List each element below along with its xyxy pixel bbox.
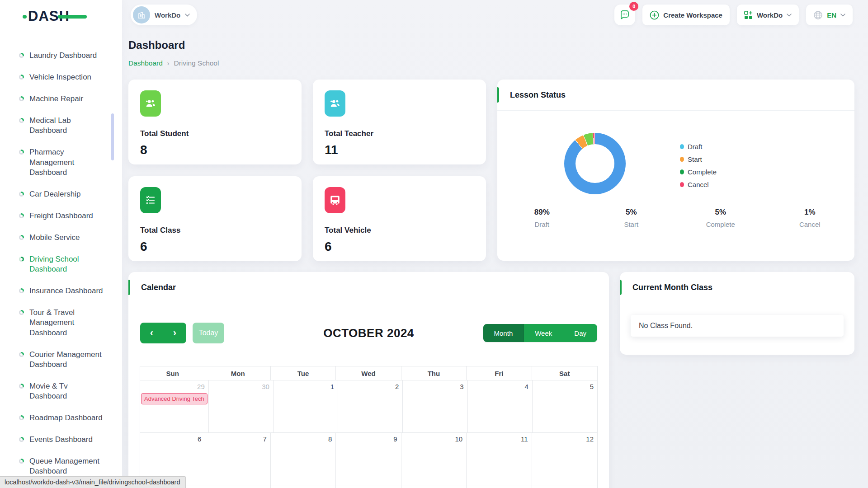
legend-label: Cancel xyxy=(688,181,709,188)
calendar-grid: SunMonTueWedThuFriSat 29Advanced Driving… xyxy=(140,366,598,488)
pct-stat-draft: 89%Draft xyxy=(497,208,587,228)
day-number: 13 xyxy=(194,485,205,488)
sidebar-item-tour-travel-management-dashboard[interactable]: Tour & Travel Management Dashboard xyxy=(0,308,122,338)
sidebar-item-car-dealership[interactable]: Car Dealership xyxy=(0,189,122,199)
calendar-day-cell[interactable]: 11 xyxy=(467,433,532,485)
day-number: 12 xyxy=(586,433,597,443)
topbar-actions: 0 Create Workspace WorkDo xyxy=(614,5,853,25)
workdo-menu-button[interactable]: WorkDo xyxy=(737,5,799,25)
calendar-weekday-row: SunMonTueWedThuFriSat xyxy=(140,366,597,380)
day-number: 10 xyxy=(455,433,466,443)
chat-bubble-icon xyxy=(619,9,630,20)
pct-value: 89% xyxy=(497,208,587,217)
calendar-day-cell[interactable]: 19 xyxy=(532,485,597,488)
day-number: 4 xyxy=(524,380,532,390)
dashboard-bullet-icon xyxy=(19,257,24,262)
sidebar-item-machine-repair[interactable]: Machine Repair xyxy=(0,94,122,104)
sidebar-scrollbar-thumb[interactable] xyxy=(111,113,114,160)
dash-logo[interactable]: DASH xyxy=(28,7,91,25)
sidebar-item-label: Freight Dashboard xyxy=(29,211,93,221)
calendar-day-cell[interactable]: 1 xyxy=(274,380,338,433)
language-code: EN xyxy=(827,11,836,19)
sidebar-item-movie-tv-dashboard[interactable]: Movie & Tv Dashboard xyxy=(0,381,122,401)
sidebar-item-label: Laundry Dashboard xyxy=(29,51,97,61)
sidebar-item-medical-lab-dashboard[interactable]: Medical Lab Dashboard xyxy=(0,116,122,136)
calendar-day-cell[interactable]: 18 xyxy=(467,485,532,488)
view-button-month[interactable]: Month xyxy=(483,324,524,342)
calendar-weekday-header: Mon xyxy=(205,366,270,380)
day-number: 6 xyxy=(198,433,205,443)
calendar-day-cell[interactable]: 16 xyxy=(336,485,401,488)
total-vehicle-card: Total Vehicle 6 xyxy=(313,176,486,261)
browser-status-url: localhost/workdo-dash-v3/main_file/drivi… xyxy=(0,476,186,488)
dashboard-bullet-icon xyxy=(19,213,24,218)
sidebar-item-vehicle-inspection[interactable]: Vehicle Inspection xyxy=(0,72,122,82)
driving-school-dashboard-page: DASH Laundry DashboardVehicle Inspection… xyxy=(0,0,868,488)
legend-label: Complete xyxy=(688,168,717,176)
legend-label: Draft xyxy=(688,143,703,150)
calendar-view-switcher: MonthWeekDay xyxy=(483,324,597,342)
stat-label: Total Vehicle xyxy=(325,226,474,235)
dashboard-bullet-icon xyxy=(19,384,24,389)
sidebar-item-laundry-dashboard[interactable]: Laundry Dashboard xyxy=(0,51,122,61)
sidebar-item-events-dashboard[interactable]: Events Dashboard xyxy=(0,435,122,445)
calendar-day-cell[interactable]: 30 xyxy=(209,380,274,433)
sidebar-item-label: Tour & Travel Management Dashboard xyxy=(29,308,107,338)
sidebar-item-roadmap-dashboard[interactable]: Roadmap Dashboard xyxy=(0,413,122,423)
view-button-week[interactable]: Week xyxy=(524,324,563,342)
dashboard-bullet-icon xyxy=(19,352,24,357)
sidebar-item-driving-school-dashboard[interactable]: Driving School Dashboard xyxy=(0,254,122,274)
calendar-day-cell[interactable]: 14 xyxy=(205,485,270,488)
sidebar-item-queue-management-dashboard[interactable]: Queue Management Dashboard xyxy=(0,456,122,476)
calendar-day-cell[interactable]: 2 xyxy=(338,380,403,433)
language-selector[interactable]: EN xyxy=(806,5,853,25)
view-button-day[interactable]: Day xyxy=(563,324,597,342)
workspace-selector[interactable]: WorkDo xyxy=(131,5,197,25)
day-number: 18 xyxy=(520,485,532,488)
create-workspace-label: Create Workspace xyxy=(663,11,722,19)
bus-icon xyxy=(325,187,345,213)
no-class-message: No Class Found. xyxy=(631,315,844,337)
legend-label: Start xyxy=(688,155,702,163)
legend-item-complete[interactable]: Complete xyxy=(680,168,717,176)
sidebar-item-freight-dashboard[interactable]: Freight Dashboard xyxy=(0,211,122,221)
globe-icon xyxy=(813,10,823,20)
dashboard-bullet-icon xyxy=(19,459,24,464)
calendar-day-cell[interactable]: 12 xyxy=(532,433,597,485)
day-number: 29 xyxy=(197,380,208,390)
calendar-day-cell[interactable]: 4 xyxy=(468,380,533,433)
calendar-week-row: 29Advanced Driving Tech3012345 xyxy=(140,380,597,433)
calendar-day-cell[interactable]: 15 xyxy=(271,485,336,488)
calendar-day-cell[interactable]: 7 xyxy=(205,433,270,485)
sidebar: DASH Laundry DashboardVehicle Inspection… xyxy=(0,0,122,488)
calendar-day-cell[interactable]: 10 xyxy=(401,433,467,485)
calendar-day-cell[interactable]: 3 xyxy=(403,380,467,433)
sidebar-item-label: Insurance Dashboard xyxy=(29,286,103,296)
lesson-status-percentages: 89%Draft5%Start5%Complete1%Cancel xyxy=(497,208,854,228)
calendar-day-cell[interactable]: 17 xyxy=(401,485,467,488)
calendar-day-cell[interactable]: 8 xyxy=(271,433,336,485)
sidebar-item-insurance-dashboard[interactable]: Insurance Dashboard xyxy=(0,286,122,296)
calendar-weekday-header: Sun xyxy=(140,366,205,380)
calendar-week-row: 6789101112 xyxy=(140,433,597,485)
pct-label: Start xyxy=(587,221,676,228)
sidebar-item-pharmacy-management-dashboard[interactable]: Pharmacy Management Dashboard xyxy=(0,147,122,177)
sidebar-item-courier-management-dashboard[interactable]: Courier Management Dashboard xyxy=(0,350,122,370)
chart-legend: DraftStartCompleteCancel xyxy=(680,143,717,188)
sidebar-item-mobile-service[interactable]: Mobile Service xyxy=(0,233,122,243)
calendar-toolbar: ‹ › Today OCTOBER 2024 MonthWeekDay xyxy=(140,323,597,343)
panel-accent-bar xyxy=(620,280,622,295)
breadcrumb-dashboard-link[interactable]: Dashboard xyxy=(128,59,163,67)
legend-item-cancel[interactable]: Cancel xyxy=(680,181,717,188)
sidebar-item-label: Pharmacy Management Dashboard xyxy=(29,147,107,177)
messages-button[interactable]: 0 xyxy=(614,5,635,25)
calendar-day-cell[interactable]: 29Advanced Driving Tech xyxy=(140,380,209,433)
sidebar-item-label: Car Dealership xyxy=(29,189,80,199)
calendar-day-cell[interactable]: 5 xyxy=(533,380,597,433)
legend-item-draft[interactable]: Draft xyxy=(680,143,717,150)
calendar-event[interactable]: Advanced Driving Tech xyxy=(141,393,208,404)
create-workspace-button[interactable]: Create Workspace xyxy=(642,5,730,25)
legend-item-start[interactable]: Start xyxy=(680,155,717,163)
calendar-day-cell[interactable]: 9 xyxy=(336,433,401,485)
current-month-class-body: No Class Found. xyxy=(620,303,854,348)
